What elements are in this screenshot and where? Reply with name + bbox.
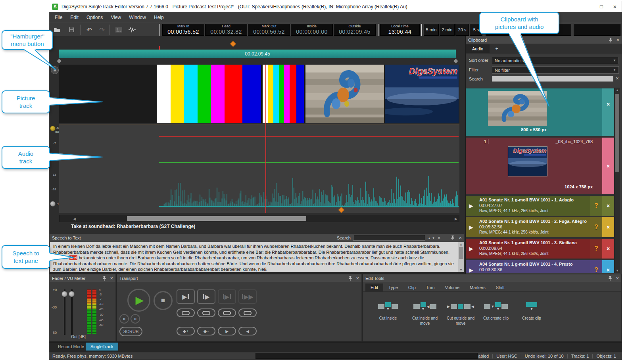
close-pane-icon[interactable]: ×: [616, 276, 619, 281]
clipboard-item-audio-a04[interactable]: ▶ A04 Sonate Nr. 1 g-moll BWV 1001 - 4. …: [466, 260, 614, 273]
prev-marker-button[interactable]: ◀: [238, 327, 257, 335]
tab-type[interactable]: Type: [383, 284, 403, 291]
cut-inside-button[interactable]: ▼ Cut inside: [371, 295, 405, 339]
timeline-scrollbar-thumb[interactable]: [127, 216, 306, 221]
tab-volume[interactable]: Volume: [440, 284, 465, 291]
play-button[interactable]: ▶: [127, 289, 150, 312]
tab-record-mode[interactable]: Record Mode: [53, 343, 89, 351]
loop-button-3[interactable]: [218, 308, 236, 317]
skip-forward-button[interactable]: »: [131, 314, 140, 324]
scroll-up-icon[interactable]: ▲: [616, 88, 619, 92]
timecode-head[interactable]: Head00:00:32.82: [205, 24, 247, 36]
menu-help[interactable]: Help: [150, 12, 168, 23]
volume-envelope-line[interactable]: [159, 162, 459, 163]
clipboard-item-audio-a01[interactable]: ▶ A01 Sonate Nr. 1 g-moll BWV 1001 - 1. …: [466, 196, 614, 216]
picture-clip-colorbars[interactable]: [157, 65, 262, 123]
close-pane-icon[interactable]: ×: [616, 37, 619, 42]
pin-icon[interactable]: [609, 38, 613, 42]
clipboard-item-audio-a02[interactable]: ▶ A02 Sonate Nr. 1 g-moll BWV 1001 - 2. …: [466, 217, 614, 237]
remove-item-button[interactable]: ×: [602, 88, 614, 136]
remove-item-button[interactable]: ×: [602, 217, 614, 237]
clipboard-item-picture-2[interactable]: 1 _03_ibc_1024_768 DigaSystem: [466, 138, 614, 194]
menu-options[interactable]: Options: [83, 12, 107, 23]
tab-singletrack[interactable]: SingleTrack: [86, 343, 118, 351]
fader-knob-right[interactable]: [69, 291, 75, 297]
clipboard-scrollbar[interactable]: ▲ ▼: [614, 88, 620, 273]
scroll-right-icon[interactable]: ▶: [455, 217, 457, 221]
clipboard-item-picture-1[interactable]: 800 x 530 px ×: [466, 88, 614, 136]
play-item-icon[interactable]: ▶: [469, 245, 473, 252]
pin-icon[interactable]: [451, 236, 455, 240]
zoom-preset-5min[interactable]: 5 min: [424, 24, 439, 36]
play-to-mark-button[interactable]: ▶: [177, 289, 195, 304]
speech-scrollbar[interactable]: ▲ ▼: [458, 242, 464, 272]
scroll-up-icon[interactable]: ▲: [459, 243, 463, 246]
clipboard-search-input[interactable]: [492, 76, 613, 82]
remove-item-button[interactable]: ×: [602, 260, 614, 273]
remove-item-button[interactable]: ×: [602, 138, 614, 194]
loop-button-1[interactable]: [177, 308, 195, 317]
search-clear-icon[interactable]: ×: [438, 235, 441, 240]
scroll-left-icon[interactable]: ◀: [73, 217, 76, 221]
menu-window[interactable]: Window: [125, 12, 150, 23]
remove-item-button[interactable]: ×: [602, 196, 614, 216]
play-item-icon[interactable]: ▶: [469, 203, 473, 209]
close-pane-icon[interactable]: ×: [110, 276, 113, 281]
scrub-button[interactable]: SCRUB: [119, 327, 142, 336]
search-prev-icon[interactable]: ▴: [428, 236, 430, 240]
info-zone[interactable]: ?: [590, 260, 602, 273]
menu-file[interactable]: File: [51, 12, 66, 23]
stop-button[interactable]: ■: [154, 291, 173, 310]
sort-order-dropdown[interactable]: No automatic sort▼: [492, 57, 619, 64]
clipboard-search-clear-icon[interactable]: ×: [616, 76, 619, 81]
timecode-mark-out[interactable]: Mark Out00:00:56.52: [248, 24, 290, 36]
audio-gain-knob[interactable]: [50, 126, 56, 131]
timecode-mark-in[interactable]: Mark In00:00:56.52: [162, 24, 204, 36]
tab-add[interactable]: +: [492, 44, 502, 54]
save-icon[interactable]: [67, 25, 76, 34]
redo-icon[interactable]: ↷: [97, 25, 107, 34]
audio-track[interactable]: [59, 125, 459, 213]
picture-clip-lizard[interactable]: [305, 65, 384, 123]
speech-text-content[interactable]: In einem kleinen Dorf da lebte einst ein…: [50, 242, 458, 272]
hamburger-menu-button[interactable]: ≡: [51, 66, 59, 74]
remove-item-button[interactable]: ×: [602, 239, 614, 259]
timecode-inside[interactable]: Inside00:00:00.00: [291, 24, 333, 36]
speech-scrollbar-thumb[interactable]: [459, 247, 463, 259]
create-clip-button[interactable]: ▼ Create clip: [514, 295, 549, 339]
undo-icon[interactable]: ↶: [84, 25, 94, 34]
tab-markers[interactable]: Markers: [465, 284, 491, 291]
picture-clip-colorbars[interactable]: [263, 65, 305, 123]
close-pane-icon[interactable]: ×: [356, 276, 359, 281]
menu-view[interactable]: View: [107, 12, 125, 23]
close-button[interactable]: ×: [608, 2, 622, 12]
remove-marker-button[interactable]: ◆−: [197, 327, 215, 335]
info-zone[interactable]: ?: [590, 239, 602, 259]
picture-clip-digasystem-splash[interactable]: DigaSystem: [385, 65, 459, 123]
info-zone[interactable]: ?: [590, 217, 602, 237]
scroll-down-icon[interactable]: ▼: [616, 269, 619, 272]
cut-inside-and-move-button[interactable]: ▼◀ Cut inside and move: [407, 295, 442, 339]
scroll-down-icon[interactable]: ▼: [459, 268, 463, 272]
pin-icon[interactable]: [608, 276, 612, 281]
waveform-edit-icon[interactable]: [127, 25, 137, 34]
play-from-mark-button[interactable]: ▶: [197, 289, 215, 304]
cut-outside-and-move-button[interactable]: ▶◀ Cut outside and move: [443, 295, 478, 339]
play-item-icon[interactable]: ▶: [469, 267, 473, 273]
pin-icon[interactable]: [102, 276, 106, 281]
timecode-outside[interactable]: Outside00:02:09.45: [334, 24, 376, 36]
info-zone[interactable]: ?: [590, 196, 602, 216]
cut-create-clip-button[interactable]: ▼▼ Cut create clip: [478, 295, 513, 339]
fader-knob-left[interactable]: [61, 291, 67, 297]
audio-pan-knob[interactable]: [50, 201, 56, 207]
close-pane-icon[interactable]: ×: [459, 235, 462, 240]
timeline-scrollbar[interactable]: ◀ ▶: [59, 215, 459, 222]
minimize-button[interactable]: –: [581, 2, 595, 12]
timecode-local-time[interactable]: Local Time13:06:44: [380, 24, 420, 36]
tab-shift[interactable]: Shift: [491, 284, 510, 291]
clipboard-item-audio-a03[interactable]: ▶ A03 Sonate Nr. 1 g-moll BWV 1001 - 3. …: [466, 239, 614, 259]
next-marker-button[interactable]: ▶: [218, 327, 236, 335]
tab-edit[interactable]: Edit: [365, 284, 383, 291]
picture-track[interactable]: DigaSystem: [59, 65, 459, 123]
timeline-overview-bar[interactable]: 00:02:09.45: [59, 50, 456, 58]
